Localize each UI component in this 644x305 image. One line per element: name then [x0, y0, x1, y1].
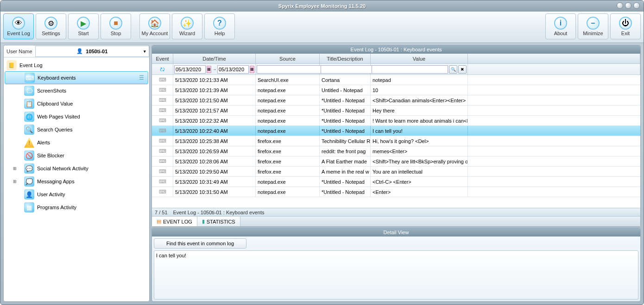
calendar-to-icon[interactable]: ▦: [250, 66, 254, 73]
sidebar-item-clipboard-value[interactable]: 📋Clipboard Value: [5, 97, 148, 110]
cell-value: Hey there: [371, 106, 468, 115]
col-datetime[interactable]: Date/Time: [173, 54, 256, 63]
tab-event-log-label: EVENT LOG: [163, 219, 192, 224]
table-row[interactable]: ⌨5/13/2020 10:21:33 AMSearchUI.exeCortan…: [152, 75, 640, 85]
event-log-button[interactable]: 👁 Event Log: [3, 13, 34, 39]
sidebar-item-programs-activity[interactable]: ▦Programs Activity: [5, 201, 148, 214]
username-select[interactable]: 👤 1050ti-01: [35, 46, 149, 57]
my-account-button[interactable]: 🏠 My Account: [139, 13, 170, 39]
find-event-button[interactable]: Find this event in common log: [154, 238, 246, 249]
tab-statistics[interactable]: ▮ STATISTICS: [197, 217, 240, 226]
cell-value: memes<Enter>: [371, 146, 468, 156]
about-button[interactable]: i About: [545, 13, 576, 39]
cell-datetime: 5/13/2020 10:28:06 AM: [173, 156, 256, 166]
keyboard-events-icon: ⌨: [25, 73, 35, 83]
tree-root[interactable]: 📒 Event Log: [5, 59, 148, 71]
cell-datetime: 5/13/2020 10:21:33 AM: [173, 75, 256, 85]
cell-title: reddit: the front pag: [320, 146, 371, 156]
keyboard-icon: ⌨: [152, 136, 173, 146]
table-row[interactable]: ⌨5/13/2020 10:31:50 AMnotepad.exe*Untitl…: [152, 187, 640, 197]
sidebar-item-search-queries[interactable]: 🔍Search Queries: [5, 123, 148, 136]
value-clear-icon[interactable]: ✖: [458, 65, 467, 74]
cell-datetime: 5/13/2020 10:26:59 AM: [173, 146, 256, 156]
table-row[interactable]: ⌨5/13/2020 10:31:49 AMnotepad.exe*Untitl…: [152, 177, 640, 187]
table-row[interactable]: ⌨5/13/2020 10:21:57 AMnotepad.exe*Untitl…: [152, 106, 640, 116]
tab-event-log[interactable]: ▤ EVENT LOG: [152, 217, 197, 226]
cell-datetime: 5/13/2020 10:22:40 AM: [173, 126, 256, 136]
col-source[interactable]: Source: [256, 54, 320, 63]
table-row[interactable]: ⌨5/13/2020 10:29:50 AMfirefox.exeA meme …: [152, 167, 640, 177]
date-from-input[interactable]: [174, 65, 206, 74]
keyboard-icon: ⌨: [152, 106, 173, 115]
cell-source: firefox.exe: [256, 167, 320, 176]
house-icon: 🏠: [148, 17, 161, 30]
sidebar-item-user-activity[interactable]: 👤User Activity: [5, 188, 148, 201]
table-row[interactable]: ⌨5/13/2020 10:22:32 AMnotepad.exe*Untitl…: [152, 116, 640, 126]
event-tree: 📒 Event Log ⌨Keyboard events☰🖵ScreenShot…: [4, 57, 149, 301]
settings-button[interactable]: ⚙ Settings: [36, 13, 66, 39]
keyboard-icon: ⌨: [152, 167, 173, 176]
wizard-button[interactable]: ✨ Wizard: [172, 13, 202, 39]
minimize-button[interactable]: – Minimize: [578, 13, 608, 39]
table-row[interactable]: ⌨5/13/2020 10:21:39 AMnotepad.exeUntitle…: [152, 85, 640, 95]
bottom-tabs: ▤ EVENT LOG ▮ STATISTICS: [152, 216, 640, 226]
sidebar-item-alerts[interactable]: !Alerts: [5, 136, 148, 149]
start-button[interactable]: ▶ Start: [68, 13, 99, 39]
cell-source: firefox.exe: [256, 156, 320, 166]
col-event[interactable]: Event: [152, 54, 173, 63]
titlebar[interactable]: Spyrix Employee Monitoring 11.5.20: [0, 0, 644, 12]
username-bar: User Name 👤 1050ti-01: [4, 45, 149, 57]
table-row[interactable]: ⌨5/13/2020 10:25:38 AMfirefox.exeTechnib…: [152, 136, 640, 146]
slider-icon[interactable]: ☰: [139, 75, 144, 81]
cell-title: Cortana: [320, 75, 371, 85]
start-label: Start: [78, 31, 88, 36]
table-row[interactable]: ⌨5/13/2020 10:22:40 AMnotepad.exe*Untitl…: [152, 126, 640, 136]
detail-panel: Detail View Find this event in common lo…: [152, 228, 641, 302]
maximize-icon[interactable]: [625, 2, 631, 9]
sidebar-item-site-blocker[interactable]: 🚫Site Blocker: [5, 149, 148, 162]
about-label: About: [554, 31, 568, 36]
sidebar-item-keyboard-events[interactable]: ⌨Keyboard events☰: [5, 71, 148, 84]
cell-value: notepad: [371, 75, 468, 85]
sidebar-item-web-pages-visited[interactable]: 🌐Web Pages Visited: [5, 110, 148, 123]
info-icon: i: [554, 17, 567, 30]
exit-label: Exit: [621, 31, 630, 36]
sidebar-item-label: Site Blocker: [37, 153, 64, 158]
date-to-input[interactable]: [217, 65, 249, 74]
col-value[interactable]: Value: [371, 54, 468, 63]
row-count: 7 / 51: [155, 210, 168, 215]
sidebar-item-messaging-apps[interactable]: ⊞💭Messaging Apps: [5, 175, 148, 188]
sidebar-item-social-network-activity[interactable]: ⊞💬Social Network Activity: [5, 162, 148, 175]
tab-statistics-label: STATISTICS: [207, 219, 235, 224]
calendar-from-icon[interactable]: ▦: [207, 66, 211, 73]
value-search-icon[interactable]: 🔍: [449, 65, 457, 74]
cell-datetime: 5/13/2020 10:31:49 AM: [173, 177, 256, 187]
programs-activity-icon: ▦: [24, 202, 34, 212]
help-button[interactable]: ? Help: [204, 13, 235, 39]
table-row[interactable]: ⌨5/13/2020 10:21:50 AMnotepad.exe*Untitl…: [152, 95, 640, 106]
close-icon[interactable]: [633, 2, 640, 9]
cell-title: A Flat Earther made: [320, 156, 371, 166]
keyboard-icon: ⌨: [152, 187, 173, 197]
power-icon: ⏻: [619, 17, 632, 30]
sidebar-item-screenshots[interactable]: 🖵ScreenShots: [5, 84, 148, 97]
source-filter-input[interactable]: [257, 65, 322, 74]
minimize-icon[interactable]: [617, 2, 623, 9]
col-title[interactable]: Title/Description: [320, 54, 371, 63]
detail-text[interactable]: I can tell you!: [154, 250, 638, 299]
expander-icon[interactable]: ⊞: [13, 179, 17, 184]
exit-button[interactable]: ⏻ Exit: [610, 13, 641, 39]
play-icon: ▶: [77, 17, 90, 30]
date-arrow-icon: →: [212, 67, 216, 72]
cell-source: notepad.exe: [256, 177, 320, 187]
col-spacer: [468, 54, 640, 63]
stop-button[interactable]: ■ Stop: [101, 13, 131, 39]
app-window: Spyrix Employee Monitoring 11.5.20 👁 Eve…: [0, 0, 644, 305]
table-row[interactable]: ⌨5/13/2020 10:26:59 AMfirefox.exereddit:…: [152, 146, 640, 156]
value-filter-input[interactable]: [372, 65, 448, 74]
expander-icon[interactable]: ⊞: [13, 166, 17, 171]
cell-source: notepad.exe: [256, 85, 320, 95]
table-row[interactable]: ⌨5/13/2020 10:28:06 AMfirefox.exeA Flat …: [152, 156, 640, 167]
grid-body[interactable]: ⌨5/13/2020 10:21:33 AMSearchUI.exeCortan…: [152, 75, 640, 208]
refresh-icon[interactable]: 🗘: [160, 67, 165, 72]
